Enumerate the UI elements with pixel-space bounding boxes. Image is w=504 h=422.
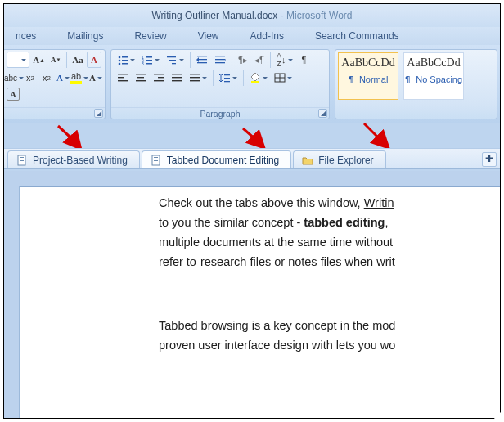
- ribbon-tab-mailings[interactable]: Mailings: [59, 28, 111, 45]
- svg-rect-52: [154, 160, 158, 161]
- decrease-indent-button[interactable]: [194, 52, 210, 68]
- paragraph-dialog-launcher[interactable]: ◢: [318, 109, 327, 118]
- svg-rect-29: [154, 74, 164, 74]
- app-name: Microsoft Word: [286, 10, 352, 21]
- svg-rect-26: [136, 74, 146, 74]
- font-color-button[interactable]: A: [88, 70, 103, 86]
- svg-point-2: [119, 60, 121, 62]
- ribbon-tab-search-commands[interactable]: Search Commands: [307, 28, 407, 45]
- document-tab-bar: Project-Based Writing Tabbed Document Ed…: [4, 148, 500, 169]
- svg-rect-23: [118, 74, 128, 74]
- doc-tab-label: Tabbed Document Editing: [167, 155, 279, 166]
- svg-rect-46: [20, 157, 24, 158]
- multilevel-list-button[interactable]: [164, 52, 187, 68]
- svg-rect-13: [169, 60, 176, 61]
- grow-font-button[interactable]: A▲: [31, 52, 47, 68]
- svg-rect-24: [118, 77, 124, 78]
- svg-rect-14: [172, 63, 176, 64]
- svg-rect-48: [20, 160, 24, 161]
- ribbon-tab-references-partial[interactable]: nces: [7, 28, 44, 45]
- svg-rect-27: [137, 77, 144, 78]
- shading-button[interactable]: [247, 70, 270, 86]
- svg-rect-25: [118, 80, 128, 81]
- page[interactable]: Check out the tabs above this window, Wr…: [19, 186, 501, 419]
- document-icon: [16, 155, 28, 166]
- svg-text:3: 3: [142, 61, 144, 65]
- paragraph-group-label: Paragraph: [200, 109, 240, 119]
- svg-rect-51: [154, 159, 158, 159]
- character-border-button[interactable]: A: [7, 88, 20, 101]
- subscript-button[interactable]: x2: [23, 70, 38, 86]
- svg-rect-11: [146, 63, 152, 65]
- svg-rect-35: [190, 74, 200, 74]
- superscript-button[interactable]: x2: [39, 70, 54, 86]
- clear-formatting-button[interactable]: A: [87, 52, 101, 68]
- svg-rect-31: [154, 80, 164, 81]
- new-tab-button[interactable]: ✚: [482, 152, 497, 167]
- document-area: Check out the tabs above this window, Wr…: [4, 171, 500, 418]
- svg-rect-47: [20, 159, 24, 159]
- svg-rect-34: [172, 80, 182, 81]
- strike-button[interactable]: abc: [7, 70, 21, 86]
- ribbon-tab-view[interactable]: View: [190, 28, 227, 45]
- doc-tab-label: File Explorer: [318, 155, 373, 166]
- svg-rect-7: [146, 56, 152, 58]
- doc-tab-file-explorer[interactable]: File Explorer: [293, 150, 385, 168]
- borders-button[interactable]: [272, 70, 295, 86]
- numbering-button[interactable]: 123: [139, 52, 162, 68]
- window-titlebar: Writing Outliner Manual.docx - Microsoft…: [4, 4, 500, 27]
- svg-point-0: [119, 56, 121, 59]
- svg-rect-39: [224, 78, 230, 79]
- style-normal[interactable]: AaBbCcDd ¶ Normal: [338, 52, 398, 100]
- increase-indent-button[interactable]: [212, 52, 228, 68]
- svg-rect-12: [167, 56, 176, 57]
- font-size-combo[interactable]: [7, 52, 29, 68]
- svg-rect-33: [172, 77, 182, 78]
- doc-tab-tabbed-document-editing[interactable]: Tabbed Document Editing: [142, 150, 291, 168]
- svg-rect-1: [122, 56, 128, 58]
- svg-point-4: [119, 63, 121, 65]
- svg-rect-5: [122, 63, 128, 65]
- svg-rect-28: [136, 80, 146, 81]
- svg-rect-32: [172, 74, 182, 74]
- align-right-button[interactable]: [151, 70, 167, 86]
- sort-button[interactable]: AZ↓: [274, 52, 295, 68]
- svg-rect-40: [224, 81, 230, 82]
- shrink-font-button[interactable]: A▼: [48, 52, 63, 68]
- ribbon-tab-addins[interactable]: Add-Ins: [242, 28, 292, 45]
- highlight-button[interactable]: ab: [72, 70, 87, 86]
- annotation-arrow-3: [361, 120, 394, 151]
- ribbon: A▲ A▼ Aa A abc x2 x2 A ab A A: [4, 45, 500, 123]
- bullets-button[interactable]: [115, 52, 137, 68]
- rtl-button[interactable]: ◂¶: [252, 52, 267, 68]
- align-left-button[interactable]: [115, 70, 131, 86]
- style-no-spacing[interactable]: AaBbCcDd ¶ No Spacing: [403, 52, 464, 100]
- svg-rect-19: [215, 56, 225, 56]
- svg-rect-21: [215, 62, 225, 63]
- svg-rect-17: [197, 62, 207, 63]
- show-marks-button[interactable]: ¶: [297, 52, 312, 68]
- document-icon: [151, 155, 162, 166]
- document-title: Writing Outliner Manual.docx: [152, 10, 278, 21]
- svg-rect-50: [154, 157, 158, 158]
- ltr-button[interactable]: ¶▸: [236, 52, 250, 68]
- doc-tab-project-based-writing[interactable]: Project-Based Writing: [7, 150, 140, 168]
- svg-rect-30: [158, 77, 164, 78]
- svg-marker-18: [196, 57, 199, 62]
- align-center-button[interactable]: [133, 70, 149, 86]
- change-case-button[interactable]: Aa: [70, 52, 85, 68]
- folder-icon: [302, 155, 313, 166]
- line-spacing-button[interactable]: [217, 70, 240, 86]
- group-paragraph: 123 ¶▸ ◂¶ AZ↓: [110, 49, 330, 119]
- paragraph-2: Tabbed browsing is a key concept in the …: [159, 316, 501, 355]
- svg-rect-41: [251, 81, 259, 83]
- distributed-button[interactable]: [187, 70, 209, 86]
- svg-rect-38: [224, 74, 230, 75]
- group-styles: AaBbCcDd ¶ Normal AaBbCcDd ¶ No Spacing: [335, 49, 497, 119]
- text-effects-button[interactable]: A: [56, 70, 70, 86]
- justify-button[interactable]: [169, 70, 185, 86]
- ribbon-tab-review[interactable]: Review: [126, 28, 174, 45]
- group-font: A▲ A▼ Aa A abc x2 x2 A ab A A: [3, 49, 106, 119]
- font-dialog-launcher[interactable]: ◢: [94, 109, 103, 118]
- svg-rect-37: [190, 80, 200, 81]
